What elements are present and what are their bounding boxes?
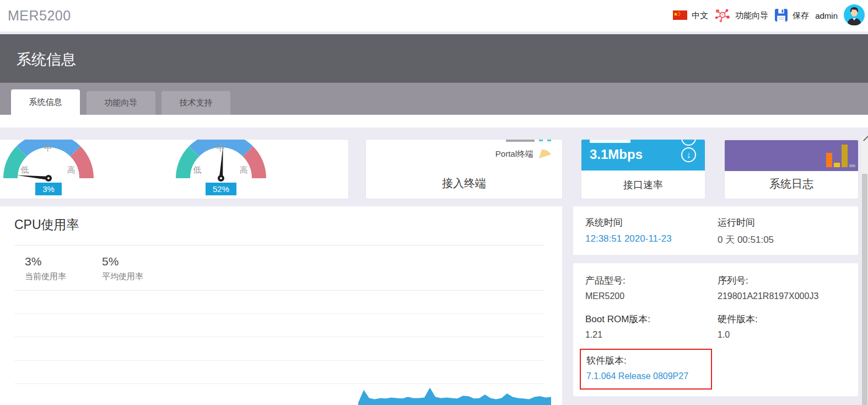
- topbar-actions: 中文 功能向导 保存: [673, 4, 868, 28]
- fan-wedge-icon: [537, 147, 552, 161]
- gauge-value-badge: 3%: [0, 183, 97, 195]
- serial-number-block: 序列号: 219801A21R8197X000J3: [718, 274, 818, 301]
- gauge-pivot: [218, 175, 224, 182]
- download-rate-value: 3.1Mbps: [590, 147, 643, 162]
- rate-card-header: 3.1Mbps ↓: [581, 140, 705, 170]
- hardware-version-label: 硬件版本:: [718, 313, 758, 326]
- hardware-version-value: 1.0: [718, 330, 758, 340]
- log-card-title: 系统日志: [725, 177, 858, 191]
- clipped-up-icon-fragment: [681, 140, 696, 146]
- chart-gridline: [14, 360, 544, 361]
- save-button[interactable]: 保存: [774, 8, 809, 24]
- divider: [14, 290, 544, 291]
- system-time-card: 系统时间 12:38:51 2020-11-23 运行时间 0 天 00:51:…: [573, 206, 858, 255]
- bootrom-label: Boot ROM版本:: [585, 313, 650, 326]
- bootrom-value: 1.21: [585, 330, 650, 340]
- chart-gridline: [14, 313, 544, 314]
- chart-gridline: [14, 337, 544, 337]
- serial-number-label: 序列号:: [718, 274, 818, 287]
- cpu-average-label: 平均使用率: [102, 271, 143, 282]
- gauges-card[interactable]: 中 低 高 3% 中 低 高 52%: [0, 140, 348, 199]
- gauge-high-label: 高: [67, 165, 76, 175]
- page-title: 系统信息: [17, 50, 76, 70]
- divider: [14, 245, 544, 246]
- mer5200-dashboard: MER5200 中文 功能向导: [0, 0, 868, 405]
- scrollbar-thumb[interactable]: [862, 174, 867, 405]
- tab-wizard[interactable]: 功能向导: [87, 91, 155, 115]
- software-version-value[interactable]: 7.1.064 Release 0809P27: [586, 371, 688, 381]
- cpu-average-value: 5%: [102, 255, 143, 268]
- download-arrow-icon: ↓: [681, 147, 696, 162]
- software-version-label: 软件版本:: [586, 354, 688, 367]
- system-time-value[interactable]: 12:38:51 2020-11-23: [585, 233, 672, 244]
- username-label: admin: [815, 11, 838, 20]
- cpu-history-area-chart: [358, 382, 551, 405]
- language-switch[interactable]: 中文: [673, 10, 708, 22]
- gauge-high-label: 高: [240, 165, 248, 175]
- save-label: 保存: [792, 10, 809, 21]
- interface-rate-card[interactable]: 3.1Mbps ↓ 接口速率: [581, 140, 705, 199]
- language-label: 中文: [692, 10, 708, 21]
- uptime-block: 运行时间 0 天 00:51:05: [718, 216, 774, 246]
- page-banner: 系统信息: [0, 34, 868, 83]
- portal-terminal-label: Portal终端: [495, 149, 533, 159]
- cpu-current-label: 当前使用率: [25, 271, 66, 282]
- cpu-usage-gauge: 中 低 高 3%: [0, 140, 97, 198]
- gauge-low-label: 低: [20, 165, 29, 175]
- save-floppy-icon: [774, 8, 788, 24]
- portal-terminal-legend: Portal终端: [495, 147, 552, 161]
- serial-number-value: 219801A21R8197X000J3: [718, 291, 818, 301]
- terminals-card-title: 接入终端: [366, 176, 562, 191]
- bootrom-block: Boot ROM版本: 1.21: [585, 313, 650, 340]
- china-flag-icon: [673, 10, 687, 22]
- topbar: MER5200 中文 功能向导: [0, 0, 868, 31]
- gauge-mid-label: 中: [44, 143, 52, 153]
- wizard-button[interactable]: 功能向导: [714, 7, 768, 25]
- tab-support[interactable]: 技术支持: [161, 91, 230, 115]
- gauge-value-badge: 52%: [172, 183, 269, 195]
- uptime-value: 0 天 00:51:05: [718, 233, 774, 246]
- software-version-highlight-box: 软件版本: 7.1.064 Release 0809P27: [580, 349, 712, 390]
- gauge-low-label: 低: [193, 165, 201, 175]
- gauge-mid-label: 中: [217, 143, 225, 153]
- tab-system-info[interactable]: 系统信息: [11, 89, 80, 115]
- clipped-legend-fragment: [506, 140, 551, 142]
- mini-bar-chart-icon: [826, 145, 855, 167]
- log-card-header: [725, 140, 858, 171]
- clipped-rate-fragment: [590, 140, 630, 143]
- tab-strip: 系统信息 功能向导 技术支持: [0, 83, 868, 115]
- uptime-label: 运行时间: [718, 216, 774, 229]
- cpu-usage-panel: CPU使用率 3% 当前使用率 5% 平均使用率: [0, 206, 562, 405]
- brand-logo: MER5200: [0, 8, 71, 24]
- rate-card-title: 接口速率: [581, 178, 705, 191]
- wizard-label: 功能向导: [735, 10, 768, 21]
- device-info-card: 产品型号: MER5200 序列号: 219801A21R8197X000J3 …: [573, 263, 858, 396]
- product-model-label: 产品型号:: [585, 274, 626, 287]
- system-log-card[interactable]: 系统日志: [725, 140, 858, 199]
- cpu-current-stat: 3% 当前使用率: [25, 255, 66, 282]
- gauge-pivot: [45, 175, 52, 182]
- product-model-block: 产品型号: MER5200: [585, 274, 626, 301]
- software-version-block: 软件版本: 7.1.064 Release 0809P27: [586, 354, 688, 381]
- hardware-version-block: 硬件版本: 1.0: [718, 313, 758, 340]
- terminals-card[interactable]: Portal终端 接入终端: [366, 140, 562, 199]
- memory-usage-gauge: 中 低 高 52%: [172, 140, 269, 198]
- system-time-label: 系统时间: [585, 216, 672, 229]
- username[interactable]: admin: [815, 11, 838, 20]
- product-model-value: MER5200: [585, 291, 626, 301]
- cpu-current-value: 3%: [25, 255, 66, 268]
- cpu-panel-title: CPU使用率: [14, 216, 79, 233]
- user-avatar[interactable]: [844, 4, 865, 28]
- wizard-hub-icon: [714, 7, 731, 25]
- system-time-block: 系统时间 12:38:51 2020-11-23: [585, 216, 672, 244]
- cpu-average-stat: 5% 平均使用率: [102, 255, 143, 282]
